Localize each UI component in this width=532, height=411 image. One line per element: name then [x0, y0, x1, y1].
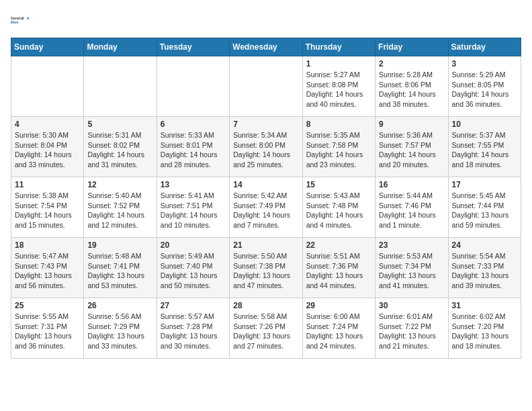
calendar-cell: 10Sunrise: 5:37 AM Sunset: 7:55 PM Dayli… — [448, 117, 521, 177]
day-info: Sunrise: 5:53 AM Sunset: 7:34 PM Dayligh… — [379, 251, 444, 291]
calendar-cell — [84, 56, 157, 117]
calendar-cell — [230, 56, 302, 117]
calendar-cell: 29Sunrise: 6:00 AM Sunset: 7:24 PM Dayli… — [302, 298, 375, 359]
weekday-header-wednesday: Wednesday — [230, 38, 302, 56]
day-info: Sunrise: 5:42 AM Sunset: 7:49 PM Dayligh… — [233, 191, 298, 230]
week-row-1: 1Sunrise: 5:27 AM Sunset: 8:08 PM Daylig… — [11, 56, 521, 117]
week-row-2: 4Sunrise: 5:30 AM Sunset: 8:04 PM Daylig… — [11, 117, 521, 177]
day-info: Sunrise: 5:38 AM Sunset: 7:54 PM Dayligh… — [15, 191, 80, 230]
calendar-cell: 24Sunrise: 5:54 AM Sunset: 7:33 PM Dayli… — [448, 238, 521, 298]
day-info: Sunrise: 5:35 AM Sunset: 7:58 PM Dayligh… — [306, 130, 371, 170]
calendar-cell: 23Sunrise: 5:53 AM Sunset: 7:34 PM Dayli… — [375, 238, 448, 298]
calendar-cell: 16Sunrise: 5:44 AM Sunset: 7:46 PM Dayli… — [375, 177, 448, 238]
calendar-cell: 9Sunrise: 5:36 AM Sunset: 7:57 PM Daylig… — [375, 117, 448, 177]
weekday-header-friday: Friday — [375, 38, 448, 56]
day-number: 14 — [233, 180, 298, 189]
calendar-table: SundayMondayTuesdayWednesdayThursdayFrid… — [11, 38, 521, 359]
day-number: 27 — [161, 301, 226, 310]
day-info: Sunrise: 5:47 AM Sunset: 7:43 PM Dayligh… — [15, 251, 80, 291]
day-info: Sunrise: 5:40 AM Sunset: 7:52 PM Dayligh… — [87, 191, 152, 230]
day-number: 6 — [161, 120, 226, 129]
calendar-cell: 13Sunrise: 5:41 AM Sunset: 7:51 PM Dayli… — [157, 177, 229, 238]
day-info: Sunrise: 5:54 AM Sunset: 7:33 PM Dayligh… — [452, 251, 517, 291]
calendar-cell: 12Sunrise: 5:40 AM Sunset: 7:52 PM Dayli… — [84, 177, 157, 238]
calendar-cell: 19Sunrise: 5:48 AM Sunset: 7:41 PM Dayli… — [84, 238, 157, 298]
day-number: 19 — [87, 240, 152, 250]
day-info: Sunrise: 5:48 AM Sunset: 7:41 PM Dayligh… — [87, 251, 152, 291]
header: General Blue — [11, 11, 521, 30]
day-info: Sunrise: 5:56 AM Sunset: 7:29 PM Dayligh… — [87, 312, 152, 351]
day-info: Sunrise: 5:28 AM Sunset: 8:06 PM Dayligh… — [379, 70, 444, 109]
weekday-header-tuesday: Tuesday — [157, 38, 229, 56]
day-number: 24 — [452, 240, 517, 250]
day-info: Sunrise: 5:31 AM Sunset: 8:02 PM Dayligh… — [87, 130, 152, 170]
day-number: 16 — [379, 180, 444, 189]
svg-text:General: General — [11, 16, 24, 20]
calendar-cell: 15Sunrise: 5:43 AM Sunset: 7:48 PM Dayli… — [302, 177, 375, 238]
calendar-cell: 4Sunrise: 5:30 AM Sunset: 8:04 PM Daylig… — [11, 117, 84, 177]
day-info: Sunrise: 5:44 AM Sunset: 7:46 PM Dayligh… — [379, 191, 444, 230]
day-info: Sunrise: 5:51 AM Sunset: 7:36 PM Dayligh… — [306, 251, 371, 291]
day-number: 9 — [379, 120, 444, 129]
calendar-cell: 5Sunrise: 5:31 AM Sunset: 8:02 PM Daylig… — [84, 117, 157, 177]
day-info: Sunrise: 5:36 AM Sunset: 7:57 PM Dayligh… — [379, 130, 444, 170]
day-info: Sunrise: 6:01 AM Sunset: 7:22 PM Dayligh… — [379, 312, 444, 351]
logo: General Blue — [11, 11, 30, 30]
day-info: Sunrise: 5:29 AM Sunset: 8:05 PM Dayligh… — [452, 70, 517, 109]
weekday-header-thursday: Thursday — [302, 38, 375, 56]
day-number: 10 — [452, 120, 517, 129]
day-number: 31 — [452, 301, 517, 310]
calendar-cell — [157, 56, 229, 117]
day-info: Sunrise: 5:30 AM Sunset: 8:04 PM Dayligh… — [15, 130, 80, 170]
calendar-cell: 2Sunrise: 5:28 AM Sunset: 8:06 PM Daylig… — [375, 56, 448, 117]
calendar-cell: 18Sunrise: 5:47 AM Sunset: 7:43 PM Dayli… — [11, 238, 84, 298]
weekday-header-row: SundayMondayTuesdayWednesdayThursdayFrid… — [11, 38, 521, 56]
week-row-3: 11Sunrise: 5:38 AM Sunset: 7:54 PM Dayli… — [11, 177, 521, 238]
day-info: Sunrise: 5:33 AM Sunset: 8:01 PM Dayligh… — [161, 130, 226, 170]
day-number: 18 — [15, 240, 80, 250]
week-row-5: 25Sunrise: 5:55 AM Sunset: 7:31 PM Dayli… — [11, 298, 521, 359]
day-info: Sunrise: 5:50 AM Sunset: 7:38 PM Dayligh… — [233, 251, 298, 291]
day-info: Sunrise: 5:27 AM Sunset: 8:08 PM Dayligh… — [306, 70, 371, 109]
calendar-cell: 28Sunrise: 5:58 AM Sunset: 7:26 PM Dayli… — [230, 298, 302, 359]
day-number: 30 — [379, 301, 444, 310]
day-info: Sunrise: 6:02 AM Sunset: 7:20 PM Dayligh… — [452, 312, 517, 351]
day-info: Sunrise: 5:57 AM Sunset: 7:28 PM Dayligh… — [161, 312, 226, 351]
calendar-cell: 1Sunrise: 5:27 AM Sunset: 8:08 PM Daylig… — [302, 56, 375, 117]
calendar-cell: 26Sunrise: 5:56 AM Sunset: 7:29 PM Dayli… — [84, 298, 157, 359]
svg-marker-2 — [28, 17, 30, 19]
day-number: 12 — [87, 180, 152, 189]
calendar-cell: 6Sunrise: 5:33 AM Sunset: 8:01 PM Daylig… — [157, 117, 229, 177]
calendar-cell: 14Sunrise: 5:42 AM Sunset: 7:49 PM Dayli… — [230, 177, 302, 238]
day-info: Sunrise: 5:49 AM Sunset: 7:40 PM Dayligh… — [161, 251, 226, 291]
day-info: Sunrise: 5:41 AM Sunset: 7:51 PM Dayligh… — [161, 191, 226, 230]
day-info: Sunrise: 6:00 AM Sunset: 7:24 PM Dayligh… — [306, 312, 371, 351]
day-number: 21 — [233, 240, 298, 250]
calendar-cell: 27Sunrise: 5:57 AM Sunset: 7:28 PM Dayli… — [157, 298, 229, 359]
day-info: Sunrise: 5:55 AM Sunset: 7:31 PM Dayligh… — [15, 312, 80, 351]
day-number: 11 — [15, 180, 80, 189]
weekday-header-monday: Monday — [84, 38, 157, 56]
day-number: 17 — [452, 180, 517, 189]
calendar-cell: 17Sunrise: 5:45 AM Sunset: 7:44 PM Dayli… — [448, 177, 521, 238]
svg-text:Blue: Blue — [11, 20, 18, 24]
day-number: 26 — [87, 301, 152, 310]
calendar-cell: 11Sunrise: 5:38 AM Sunset: 7:54 PM Dayli… — [11, 177, 84, 238]
day-number: 25 — [15, 301, 80, 310]
day-number: 23 — [379, 240, 444, 250]
day-number: 15 — [306, 180, 371, 189]
day-info: Sunrise: 5:43 AM Sunset: 7:48 PM Dayligh… — [306, 191, 371, 230]
day-number: 8 — [306, 120, 371, 129]
day-number: 2 — [379, 59, 444, 68]
day-number: 29 — [306, 301, 371, 310]
week-row-4: 18Sunrise: 5:47 AM Sunset: 7:43 PM Dayli… — [11, 238, 521, 298]
weekday-header-sunday: Sunday — [11, 38, 84, 56]
day-number: 4 — [15, 120, 80, 129]
day-number: 5 — [87, 120, 152, 129]
day-info: Sunrise: 5:37 AM Sunset: 7:55 PM Dayligh… — [452, 130, 517, 170]
day-info: Sunrise: 5:45 AM Sunset: 7:44 PM Dayligh… — [452, 191, 517, 230]
calendar-cell: 3Sunrise: 5:29 AM Sunset: 8:05 PM Daylig… — [448, 56, 521, 117]
calendar-cell: 30Sunrise: 6:01 AM Sunset: 7:22 PM Dayli… — [375, 298, 448, 359]
calendar-cell: 8Sunrise: 5:35 AM Sunset: 7:58 PM Daylig… — [302, 117, 375, 177]
calendar-cell: 20Sunrise: 5:49 AM Sunset: 7:40 PM Dayli… — [157, 238, 229, 298]
